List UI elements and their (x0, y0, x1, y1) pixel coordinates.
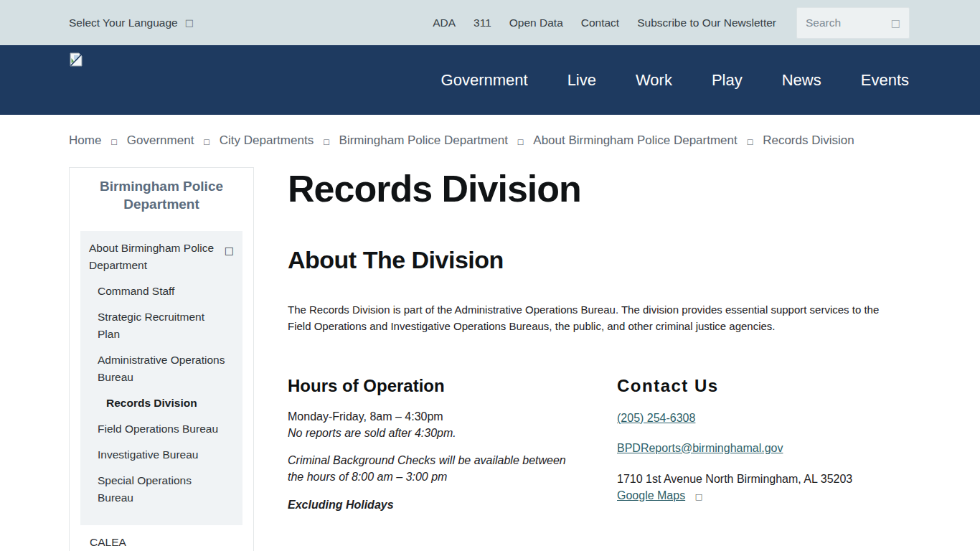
about-division-text: The Records Division is part of the Admi… (288, 301, 905, 334)
sidebar-item-about-bpd[interactable]: About Birmingham Police Department □ (80, 240, 242, 274)
page: Select Your Language □ ADA 311 Open Data… (0, 0, 980, 551)
info-columns: Hours of Operation Monday-Friday, 8am – … (288, 376, 915, 513)
hours-of-operation-section: Hours of Operation Monday-Friday, 8am – … (288, 376, 617, 513)
sidebar-item-label: Command Staff (98, 283, 174, 300)
contact-us-section: Contact Us (205) 254-6308 BPDReports@bir… (617, 376, 915, 513)
breadcrumb-separator-icon: □ (517, 138, 524, 146)
address-text: 1710 1st Avenue North Birmingham, AL 352… (617, 471, 915, 487)
utility-link-open-data[interactable]: Open Data (509, 17, 563, 29)
nav-item-events[interactable]: Events (861, 71, 909, 90)
utility-links: ADA 311 Open Data Contact Subscribe to O… (415, 7, 910, 39)
breadcrumb-separator-icon: □ (203, 138, 209, 146)
hours-note-reports: No reports are sold after 4:30pm. (288, 425, 617, 441)
main-navbar: Government Live Work Play News Events (0, 45, 980, 115)
hours-note-holidays: Excluding Holidays (288, 496, 617, 513)
hours-note-background-checks: Criminal Background Checks will be avail… (288, 452, 575, 485)
search-input[interactable] (806, 17, 891, 29)
nav-item-play[interactable]: Play (712, 71, 743, 90)
sidebar-item-label: Field Operations Bureau (98, 420, 218, 438)
search-icon[interactable]: □ (891, 17, 900, 29)
utility-link-contact[interactable]: Contact (581, 17, 619, 29)
breadcrumb: Home □ Government □ City Departments □ B… (69, 133, 854, 148)
sidebar: Birmingham Police Department About Birmi… (69, 167, 254, 551)
nav-item-news[interactable]: News (782, 71, 821, 90)
site-logo-broken-image-icon[interactable] (70, 52, 83, 67)
hours-title: Hours of Operation (288, 376, 617, 396)
breadcrumb-separator-icon: □ (323, 138, 329, 146)
sidebar-item-label: Records Division (106, 395, 197, 412)
breadcrumb-separator-icon: □ (110, 138, 117, 146)
breadcrumb-link-city-departments[interactable]: City Departments (220, 133, 314, 148)
chevron-down-icon: □ (185, 17, 194, 28)
utility-link-311[interactable]: 311 (473, 17, 491, 29)
breadcrumb-current: Records Division (763, 133, 854, 148)
phone-link[interactable]: (205) 254-6308 (617, 412, 695, 424)
section-title: About The Division (288, 246, 915, 274)
sidebar-item-command-staff[interactable]: Command Staff (80, 283, 242, 300)
sidebar-item-label: Special Operations Bureau (98, 472, 227, 507)
sidebar-menu: About Birmingham Police Department □ Com… (80, 231, 242, 525)
google-maps-link[interactable]: Google Maps (617, 489, 685, 501)
nav-item-government[interactable]: Government (441, 71, 528, 90)
sidebar-item-investigative-bureau[interactable]: Investigative Bureau (80, 446, 242, 463)
main-content: Records Division About The Division The … (288, 169, 915, 513)
sidebar-item-calea[interactable]: CALEA (80, 536, 242, 549)
utility-link-newsletter[interactable]: Subscribe to Our Newsletter (637, 17, 776, 29)
nav-item-live[interactable]: Live (567, 71, 596, 90)
sidebar-item-records-division-active[interactable]: Records Division (80, 395, 242, 412)
sidebar-item-strategic-recruitment-plan[interactable]: Strategic Recruitment Plan (80, 309, 242, 343)
breadcrumb-link-government[interactable]: Government (127, 133, 194, 148)
language-selector[interactable]: Select Your Language □ (69, 17, 194, 29)
sidebar-item-label: Strategic Recruitment Plan (98, 309, 227, 343)
external-link-icon: □ (695, 492, 702, 501)
breadcrumb-link-home[interactable]: Home (69, 133, 101, 148)
sidebar-title: Birmingham Police Department (88, 177, 235, 213)
language-label: Select Your Language (69, 17, 178, 29)
email-link[interactable]: BPDReports@birminghamal.gov (617, 442, 783, 454)
breadcrumb-separator-icon: □ (747, 138, 753, 146)
sidebar-item-label: Investigative Bureau (98, 446, 198, 463)
main-nav-items: Government Live Work Play News Events (402, 71, 909, 90)
utility-link-ada[interactable]: ADA (433, 17, 456, 29)
sidebar-item-administrative-operations-bureau[interactable]: Administrative Operations Bureau (80, 352, 242, 386)
sidebar-item-field-operations-bureau[interactable]: Field Operations Bureau (80, 420, 242, 438)
contact-title: Contact Us (617, 376, 915, 396)
sidebar-item-label: Administrative Operations Bureau (98, 352, 227, 386)
sidebar-item-special-operations-bureau[interactable]: Special Operations Bureau (80, 472, 242, 507)
search-box[interactable]: □ (796, 7, 910, 39)
expand-icon[interactable]: □ (225, 242, 234, 259)
nav-item-work[interactable]: Work (636, 71, 672, 90)
sidebar-item-label: About Birmingham Police Department (89, 240, 217, 274)
hours-schedule: Monday-Friday, 8am – 4:30pm (288, 408, 617, 425)
breadcrumb-link-bpd[interactable]: Birmingham Police Department (339, 133, 508, 148)
utility-bar: Select Your Language □ ADA 311 Open Data… (0, 0, 980, 45)
page-title: Records Division (288, 169, 915, 209)
breadcrumb-link-about-bpd[interactable]: About Birmingham Police Department (533, 133, 737, 148)
